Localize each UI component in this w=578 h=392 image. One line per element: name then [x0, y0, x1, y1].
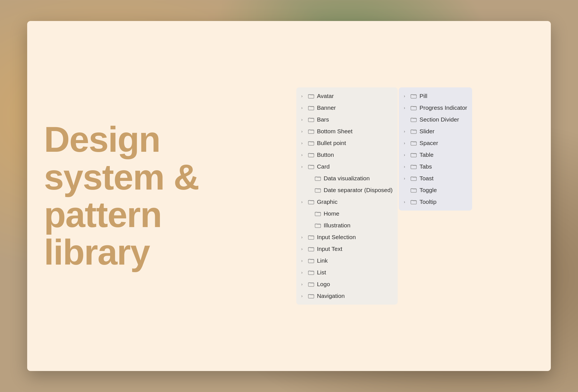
- menu-item-input-selection[interactable]: › Input Selection: [296, 231, 398, 243]
- menu-item-toast[interactable]: › Toast: [399, 172, 472, 184]
- svg-rect-26: [411, 189, 416, 192]
- chevron-icon: ›: [301, 247, 305, 251]
- menu-item-table[interactable]: › Table: [399, 149, 472, 161]
- menu-item-avatar[interactable]: › Avatar: [296, 90, 398, 102]
- menu-item-toggle[interactable]: Toggle: [399, 184, 472, 196]
- menu-item-home[interactable]: Home: [296, 208, 398, 220]
- folder-icon: [308, 105, 314, 111]
- svg-rect-12: [308, 236, 314, 239]
- menu-item-bottom-sheet[interactable]: › Bottom Sheet: [296, 125, 398, 137]
- chevron-icon: ›: [301, 153, 305, 157]
- menu-item-slider[interactable]: › Slider: [399, 125, 472, 137]
- svg-rect-16: [308, 283, 314, 286]
- menu-item-date-separator-disposed[interactable]: Date separator (Disposed): [296, 184, 398, 196]
- folder-icon: [308, 199, 314, 205]
- svg-rect-25: [411, 177, 416, 181]
- menu-item-card[interactable]: › Card: [296, 161, 398, 172]
- folder-icon: [308, 128, 314, 134]
- svg-rect-20: [411, 118, 416, 122]
- folder-icon: [411, 140, 417, 146]
- menu-item-tooltip[interactable]: › Tooltip: [399, 196, 472, 208]
- menu-item-label: Banner: [317, 104, 336, 111]
- menu-item-label: Input Text: [317, 246, 342, 252]
- menu-item-label: Illustration: [324, 222, 351, 229]
- svg-rect-9: [308, 200, 314, 204]
- chevron-icon: ›: [404, 164, 408, 169]
- hero-title: Design system & pattern library: [44, 121, 201, 271]
- folder-icon: [308, 234, 314, 240]
- svg-rect-27: [411, 200, 416, 204]
- folder-icon: [308, 293, 314, 299]
- folder-icon: [315, 222, 321, 228]
- chevron-icon: ›: [404, 176, 408, 181]
- menu-item-label: Bottom Sheet: [317, 128, 353, 135]
- menu-item-label: Card: [317, 163, 330, 170]
- menu-item-bullet-point[interactable]: › Bullet point: [296, 137, 398, 149]
- menu-item-label: Section Divider: [419, 116, 459, 123]
- menu-item-section-divider[interactable]: Section Divider: [399, 114, 472, 125]
- chevron-icon: ›: [301, 106, 305, 110]
- menu-item-label: Data visualization: [324, 175, 370, 182]
- menu-item-label: Button: [317, 151, 334, 158]
- menu-left-col: › Avatar› Banner› Bars› Bottom Sheet› Bu…: [296, 87, 398, 305]
- menu-item-graphic[interactable]: › Graphic: [296, 196, 398, 208]
- menu-item-bars[interactable]: › Bars: [296, 114, 398, 125]
- svg-rect-0: [308, 95, 314, 98]
- folder-icon: [308, 258, 314, 264]
- svg-rect-17: [308, 295, 314, 298]
- menu-item-link[interactable]: › Link: [296, 255, 398, 267]
- menu-item-logo[interactable]: › Logo: [296, 278, 398, 290]
- folder-icon: [308, 269, 314, 276]
- svg-rect-19: [411, 106, 416, 110]
- chevron-icon: ›: [301, 141, 305, 145]
- menu-item-progress-indicator[interactable]: › Progress Indicator: [399, 102, 472, 114]
- menu-item-button[interactable]: › Button: [296, 149, 398, 161]
- chevron-icon: ›: [301, 164, 305, 169]
- folder-icon: [308, 246, 314, 252]
- folder-icon: [308, 93, 314, 99]
- svg-rect-4: [308, 142, 314, 145]
- folder-icon: [315, 187, 321, 193]
- chevron-icon: ›: [301, 117, 305, 122]
- chevron-icon: ›: [301, 94, 305, 98]
- folder-icon: [308, 140, 314, 146]
- menu-item-banner[interactable]: › Banner: [296, 102, 398, 114]
- chevron-icon: ›: [301, 129, 305, 134]
- menu-item-pill[interactable]: › Pill: [399, 90, 472, 102]
- menu-item-spacer[interactable]: › Spacer: [399, 137, 472, 149]
- menu-item-illustration[interactable]: Illustration: [296, 220, 398, 231]
- folder-icon: [308, 152, 314, 158]
- menu-item-label: Pill: [419, 93, 427, 99]
- menu-item-label: Progress Indicator: [419, 104, 467, 111]
- chevron-icon: ›: [404, 106, 408, 110]
- svg-rect-21: [411, 130, 416, 134]
- folder-icon: [411, 164, 417, 170]
- menu-item-list[interactable]: › List: [296, 267, 398, 278]
- menu-item-label: Navigation: [317, 293, 345, 299]
- chevron-icon: ›: [301, 258, 305, 263]
- menu-item-label: Spacer: [419, 140, 438, 146]
- chevron-icon: ›: [404, 141, 408, 145]
- menu-item-label: List: [317, 269, 326, 276]
- menu-item-data-visualization[interactable]: Data visualization: [296, 172, 398, 184]
- hero-section: Design system & pattern library: [27, 98, 218, 294]
- chevron-icon: ›: [301, 270, 305, 275]
- menu-item-label: Input Selection: [317, 234, 356, 241]
- folder-icon: [411, 152, 417, 158]
- svg-rect-10: [315, 212, 321, 216]
- menu-item-tabs[interactable]: › Tabs: [399, 161, 472, 172]
- menu-item-label: Toast: [419, 175, 434, 182]
- chevron-icon: ›: [301, 235, 305, 239]
- svg-rect-14: [308, 259, 314, 263]
- menu-item-label: Bars: [317, 116, 329, 123]
- menu-item-input-text[interactable]: › Input Text: [296, 243, 398, 255]
- menu-item-label: Date separator (Disposed): [324, 187, 393, 193]
- folder-icon: [411, 175, 417, 181]
- chevron-icon: ›: [404, 94, 408, 98]
- svg-rect-5: [308, 153, 314, 157]
- menu-item-label: Home: [324, 210, 339, 217]
- folder-icon: [315, 175, 321, 181]
- menu-item-navigation[interactable]: › Navigation: [296, 290, 398, 302]
- chevron-icon: ›: [301, 294, 305, 298]
- folder-icon: [308, 164, 314, 170]
